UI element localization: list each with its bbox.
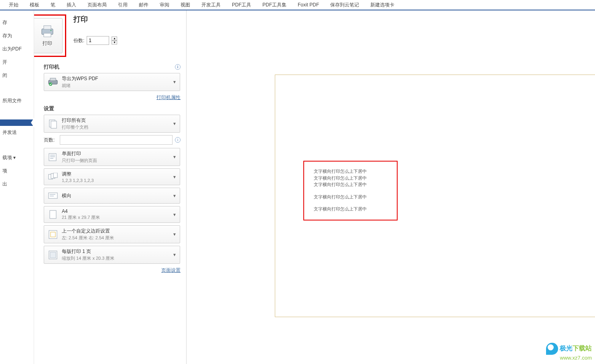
margins-line2: 左: 2.54 厘米 右: 2.54 厘米 (62, 235, 169, 241)
nav-recent[interactable]: 所用文件 (0, 94, 34, 107)
nav-exportpdf[interactable]: 出为PDF (0, 42, 34, 56)
nav-exit[interactable]: 出 (0, 178, 34, 191)
copies-label: 份数: (73, 37, 84, 44)
pages-input[interactable] (60, 135, 173, 145)
svg-rect-18 (50, 196, 54, 196)
tab-insert[interactable]: 插入 (61, 0, 82, 10)
orientation-select[interactable]: 横向 ▼ (44, 188, 180, 204)
tab-template[interactable]: 模板 (24, 0, 45, 10)
chevron-down-icon: ▼ (173, 253, 177, 257)
nav-options[interactable]: 项 (0, 164, 34, 178)
svg-rect-2 (44, 33, 51, 37)
single-side-icon (47, 152, 59, 163)
preview-page: 文字横向打印怎么上下居中 文字横向打印怎么上下居中 文字横向打印怎么上下居中 文… (275, 75, 595, 317)
watermark-url: www.xz7.com (546, 355, 592, 361)
printer-select[interactable]: 导出为WPS PDF就绪 ▼ (44, 73, 180, 91)
info-icon[interactable]: i (175, 137, 181, 143)
nav-save[interactable]: 存 (0, 16, 34, 29)
backstage-nav: 存 存为 出为PDF 开 闭 所用文件 并发送 载项 ▾ 项 出 (0, 10, 34, 364)
tab-pen[interactable]: 笔 (45, 0, 61, 10)
watermark-text-1: 极光 (560, 345, 573, 352)
tab-start[interactable]: 开始 (3, 0, 24, 10)
orientation-line1: 横向 (62, 192, 169, 199)
printer-icon (40, 25, 55, 38)
chevron-down-icon: ▼ (173, 194, 177, 198)
print-button[interactable]: 打印 (34, 18, 63, 53)
collate-line1: 调整 (62, 171, 169, 178)
printer-name: 导出为WPS PDF (62, 75, 169, 82)
printer-device-icon (47, 77, 59, 88)
spin-down-icon[interactable]: ▼ (112, 40, 117, 44)
printer-properties-link[interactable]: 打印机属性 (156, 95, 181, 100)
collate-select[interactable]: 调整1,2,3 1,2,3 1,2,3 ▼ (44, 168, 180, 185)
nav-saveas[interactable]: 存为 (0, 29, 34, 42)
tab-newtab[interactable]: 新建选项卡 (365, 0, 400, 10)
printer-section-title: 打印机 (44, 63, 59, 71)
copies-input[interactable] (87, 36, 109, 45)
pagesper-line1: 每版打印 1 页 (62, 248, 169, 255)
paper-icon (47, 209, 59, 220)
collate-line2: 1,2,3 1,2,3 1,2,3 (62, 178, 169, 183)
tab-devtools[interactable]: 开发工具 (196, 0, 226, 10)
watermark-logo-icon (546, 343, 558, 355)
nav-addins[interactable]: 载项 ▾ (0, 151, 34, 164)
printer-status: 就绪 (62, 83, 169, 89)
ribbon-tabs: 开始 模板 笔 插入 页面布局 引用 邮件 审阅 视图 开发工具 PDF工具 P… (0, 0, 595, 10)
svg-point-3 (51, 30, 52, 31)
pagesper-select[interactable]: 每版打印 1 页缩放到 14 厘米 x 20.3 厘米 ▼ (44, 246, 180, 264)
chevron-down-icon: ▼ (173, 175, 177, 179)
tab-pagelayout[interactable]: 页面布局 (82, 0, 112, 10)
papersize-select[interactable]: A421 厘米 x 29.7 厘米 ▼ (44, 206, 180, 223)
nav-send[interactable]: 并发送 (0, 126, 34, 139)
info-icon[interactable]: i (175, 64, 181, 70)
preview-text-line: 文字横向打印怎么上下居中 (314, 194, 387, 200)
paper-line2: 21 厘米 x 29.7 厘米 (62, 214, 169, 220)
print-panel: 打印 打印 份数: ▲▼ 打印机i 导出为WPS PDF就绪 ▼ 打印机属性 设… (34, 10, 187, 364)
tab-view[interactable]: 视图 (175, 0, 196, 10)
duplex-select[interactable]: 单面打印只打印一侧的页面 ▼ (44, 148, 180, 166)
chevron-down-icon: ▼ (173, 212, 177, 217)
print-button-label: 打印 (43, 40, 52, 47)
chevron-down-icon: ▼ (173, 121, 177, 126)
svg-rect-11 (50, 156, 55, 157)
margins-line1: 上一个自定义边距设置 (62, 228, 169, 235)
copies-spinner[interactable]: ▲▼ (112, 36, 117, 44)
nav-open[interactable]: 开 (0, 56, 34, 69)
tab-cloudnote[interactable]: 保存到云笔记 (325, 0, 365, 10)
pages-icon (47, 118, 59, 129)
tab-pdfsuite[interactable]: PDF工具集 (257, 0, 292, 10)
tab-review[interactable]: 审阅 (154, 0, 175, 10)
svg-rect-1 (44, 26, 51, 29)
annotation-box-2: 文字横向打印怎么上下居中 文字横向打印怎么上下居中 文字横向打印怎么上下居中 文… (303, 161, 398, 220)
svg-rect-15 (53, 173, 57, 178)
chevron-down-icon: ▼ (173, 80, 177, 84)
nav-close[interactable]: 闭 (0, 69, 34, 82)
tab-references[interactable]: 引用 (112, 0, 133, 10)
tab-mail[interactable]: 邮件 (133, 0, 154, 10)
svg-rect-10 (50, 155, 55, 156)
margins-icon (47, 229, 59, 240)
pagesper-icon (47, 249, 59, 261)
duplex-line2: 只打印一侧的页面 (62, 158, 169, 164)
tab-foxitpdf[interactable]: Foxit PDF (292, 0, 325, 10)
chevron-down-icon: ▼ (173, 155, 177, 159)
nav-print[interactable] (0, 119, 34, 126)
duplex-line1: 单面打印 (62, 150, 169, 157)
print-title: 打印 (73, 14, 117, 24)
settings-section-title: 设置 (44, 105, 54, 112)
preview-text-line: 文字横向打印怎么上下居中 (314, 175, 387, 182)
print-range-select[interactable]: 打印所有页打印整个文档 ▼ (44, 115, 180, 133)
annotation-box-1: 打印 (34, 14, 66, 57)
svg-rect-17 (50, 194, 55, 195)
watermark-text-2: 下载站 (573, 345, 592, 352)
page-setup-link[interactable]: 页面设置 (161, 267, 181, 273)
pages-label: 页数: (44, 137, 57, 144)
margins-select[interactable]: 上一个自定义边距设置左: 2.54 厘米 右: 2.54 厘米 ▼ (44, 225, 180, 243)
spin-up-icon[interactable]: ▲ (112, 36, 117, 40)
preview-text-line: 文字横向打印怎么上下居中 (314, 181, 387, 188)
svg-rect-12 (50, 158, 53, 159)
print-preview: 文字横向打印怎么上下居中 文字横向打印怎么上下居中 文字横向打印怎么上下居中 文… (187, 10, 595, 364)
range-line1: 打印所有页 (62, 117, 169, 124)
tab-pdftools[interactable]: PDF工具 (226, 0, 257, 10)
preview-text-line: 文字横向打印怎么上下居中 (314, 168, 387, 175)
